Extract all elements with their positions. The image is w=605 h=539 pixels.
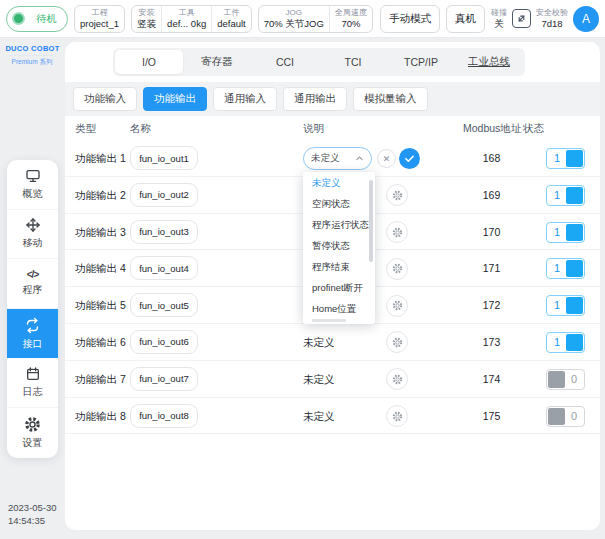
datetime: 2023-05-30 14:54:35 xyxy=(8,502,57,527)
cancel-button[interactable]: ✕ xyxy=(377,149,396,168)
tab-tcpip[interactable]: TCP/IP xyxy=(387,50,455,74)
state-toggle[interactable]: 1 xyxy=(546,295,585,316)
subtab-general-output[interactable]: 通用输出 xyxy=(283,87,347,111)
state-toggle[interactable]: 0 xyxy=(546,406,585,427)
sidebar-item-label: 接口 xyxy=(23,337,43,351)
desc-config-gear-icon[interactable] xyxy=(386,258,408,280)
fullscreen-icon[interactable] xyxy=(512,9,531,28)
desc-config-gear-icon[interactable] xyxy=(386,331,408,353)
mount-label: 安装 xyxy=(139,8,155,18)
toggle-knob xyxy=(548,408,565,425)
jog-speed-box[interactable]: JOG 70% 关节JOG 全局速度 70% xyxy=(258,5,373,33)
chevron-up-icon xyxy=(355,154,364,163)
dropdown-option[interactable]: Home位置 xyxy=(303,298,375,319)
tool-label: 工具 xyxy=(179,8,195,18)
state-value: 1 xyxy=(548,224,566,241)
sidebar-item-settings[interactable]: 设置 xyxy=(7,408,58,458)
row-type: 功能输出 1 xyxy=(75,140,126,177)
robot-status-pill[interactable]: 待机 xyxy=(6,6,68,32)
subtab-analog-input[interactable]: 模拟量输入 xyxy=(353,87,428,111)
modbus-address: 168 xyxy=(463,140,520,177)
sidebar-item-label: 设置 xyxy=(23,436,43,450)
dropdown-option[interactable]: 未定义 xyxy=(303,172,375,193)
name-input[interactable] xyxy=(130,183,198,207)
dropdown-option[interactable]: 空闲状态 xyxy=(303,193,375,214)
sidebar-item-label: 程序 xyxy=(23,283,43,297)
desc-select[interactable]: 未定义 xyxy=(303,147,372,170)
tab-cci[interactable]: CCI xyxy=(251,50,319,74)
state-value: 1 xyxy=(548,150,566,167)
row-type: 功能输出 2 xyxy=(75,177,126,214)
toggle-knob xyxy=(548,371,565,388)
col-desc: 说明 xyxy=(303,116,324,140)
modbus-address: 169 xyxy=(463,177,520,214)
state-toggle[interactable]: 1 xyxy=(546,258,585,279)
sidebar-item-log[interactable]: 日志 xyxy=(7,358,58,408)
dropdown-option[interactable]: 暂停状态 xyxy=(303,235,375,256)
row-type: 功能输出 4 xyxy=(75,250,126,287)
state-toggle[interactable]: 1 xyxy=(546,148,585,169)
dropdown-option[interactable]: 程序运行状态 xyxy=(303,214,375,235)
tab-register[interactable]: 寄存器 xyxy=(183,50,251,74)
state-value: 1 xyxy=(548,187,566,204)
name-input[interactable] xyxy=(130,330,198,354)
collision-indicator: 碰撞 关 xyxy=(491,8,507,30)
desc-config-gear-icon[interactable] xyxy=(386,221,408,243)
sidebar-item-overview[interactable]: 概览 xyxy=(7,160,58,210)
name-input[interactable] xyxy=(130,293,198,317)
dropdown-scrollbar[interactable] xyxy=(369,180,373,262)
state-value: 0 xyxy=(565,408,583,425)
global-speed-label: 全局速度 xyxy=(335,8,367,18)
modbus-address: 175 xyxy=(463,398,520,435)
manual-mode-button[interactable]: 手动模式 xyxy=(380,5,440,33)
state-toggle[interactable]: 1 xyxy=(546,332,585,353)
subtab-general-input[interactable]: 通用输入 xyxy=(213,87,277,111)
jog-label: JOG xyxy=(286,8,302,18)
sidebar-menu: 概览 移动 </> 程序 接口 日志 设置 xyxy=(7,160,58,458)
col-name: 名称 xyxy=(130,116,151,140)
sidebar-item-move[interactable]: 移动 xyxy=(7,210,58,260)
dropdown-option[interactable]: 程序结束 xyxy=(303,256,375,277)
name-input[interactable] xyxy=(130,404,198,428)
desc-config-gear-icon[interactable] xyxy=(386,405,408,427)
toggle-knob xyxy=(566,150,583,167)
name-input[interactable] xyxy=(130,256,198,280)
state-toggle[interactable]: 0 xyxy=(546,369,585,390)
tab-io[interactable]: I/O xyxy=(115,50,183,74)
avatar[interactable]: A xyxy=(573,6,599,32)
name-input[interactable] xyxy=(130,220,198,244)
safety-check-label: 安全校验 xyxy=(536,8,568,18)
brand-title: DUCO COBOT xyxy=(0,44,65,53)
state-toggle[interactable]: 1 xyxy=(546,222,585,243)
state-value: 1 xyxy=(548,297,566,314)
workpiece-label: 工件 xyxy=(223,8,239,18)
desc-config-gear-icon[interactable] xyxy=(386,368,408,390)
sidebar-item-label: 概览 xyxy=(23,187,43,201)
project-value: project_1 xyxy=(80,18,119,30)
name-input[interactable] xyxy=(130,367,198,391)
project-box[interactable]: 工程 project_1 xyxy=(74,5,125,33)
setup-box[interactable]: 安装 竖装 工具 def... 0kg 工件 default xyxy=(131,5,252,33)
sidebar-item-label: 日志 xyxy=(23,385,43,399)
modbus-address: 171 xyxy=(463,250,520,287)
time-text: 14:54:35 xyxy=(8,515,57,528)
tab-tci[interactable]: TCI xyxy=(319,50,387,74)
code-icon: </> xyxy=(27,269,38,280)
sidebar-item-program[interactable]: </> 程序 xyxy=(7,259,58,309)
subtab-function-output[interactable]: 功能输出 xyxy=(143,87,207,111)
brand-subtitle: Premium 系列 xyxy=(9,55,55,67)
desc-select-value: 未定义 xyxy=(311,152,355,165)
sidebar-item-label: 移动 xyxy=(23,236,43,250)
tab-fieldbus[interactable]: 工业总线 xyxy=(455,50,523,74)
desc-config-gear-icon[interactable] xyxy=(386,184,408,206)
state-toggle[interactable]: 1 xyxy=(546,185,585,206)
desc-config-gear-icon[interactable] xyxy=(386,295,408,317)
dropdown-option[interactable]: profinet断开 xyxy=(303,277,375,298)
subtab-function-input[interactable]: 功能输入 xyxy=(73,87,137,111)
sidebar-item-interface[interactable]: 接口 xyxy=(7,309,58,359)
workpiece-value: default xyxy=(217,18,246,30)
name-input[interactable] xyxy=(130,146,198,170)
confirm-button[interactable] xyxy=(399,148,420,169)
top-tabs: I/O 寄存器 CCI TCI TCP/IP 工业总线 xyxy=(113,48,525,76)
real-robot-button[interactable]: 真机 xyxy=(446,5,485,33)
